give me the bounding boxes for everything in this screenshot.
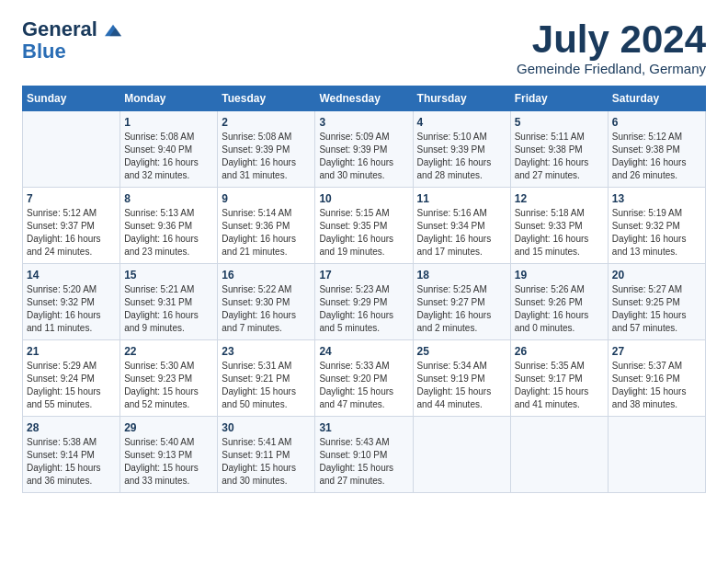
calendar-cell: 13Sunrise: 5:19 AM Sunset: 9:32 PM Dayli… (608, 188, 705, 264)
calendar-cell: 2Sunrise: 5:08 AM Sunset: 9:39 PM Daylig… (218, 111, 315, 188)
day-number: 10 (319, 192, 408, 205)
day-number: 1 (124, 116, 213, 129)
day-info: Sunrise: 5:27 AM Sunset: 9:25 PM Dayligh… (612, 283, 701, 335)
day-info: Sunrise: 5:34 AM Sunset: 9:19 PM Dayligh… (417, 360, 506, 411)
day-header-thursday: Thursday (413, 86, 510, 111)
day-number: 11 (417, 192, 506, 205)
day-info: Sunrise: 5:18 AM Sunset: 9:33 PM Dayligh… (515, 207, 604, 259)
day-number: 9 (222, 192, 311, 205)
header: General Blue July 2024 Gemeinde Friedlan… (22, 18, 706, 76)
calendar-cell (23, 111, 120, 188)
calendar-cell: 24Sunrise: 5:33 AM Sunset: 9:20 PM Dayli… (315, 340, 413, 417)
day-info: Sunrise: 5:40 AM Sunset: 9:13 PM Dayligh… (124, 436, 213, 488)
calendar-cell: 16Sunrise: 5:22 AM Sunset: 9:30 PM Dayli… (218, 264, 315, 340)
title-area: July 2024 Gemeinde Friedland, Germany (517, 18, 706, 76)
calendar-cell: 18Sunrise: 5:25 AM Sunset: 9:27 PM Dayli… (413, 264, 510, 340)
month-title: July 2024 (517, 18, 706, 61)
day-header-wednesday: Wednesday (315, 86, 413, 111)
day-info: Sunrise: 5:10 AM Sunset: 9:39 PM Dayligh… (417, 131, 506, 182)
day-info: Sunrise: 5:41 AM Sunset: 9:11 PM Dayligh… (222, 436, 311, 488)
calendar-cell: 14Sunrise: 5:20 AM Sunset: 9:32 PM Dayli… (23, 264, 120, 340)
day-info: Sunrise: 5:19 AM Sunset: 9:32 PM Dayligh… (612, 207, 701, 259)
day-info: Sunrise: 5:12 AM Sunset: 9:38 PM Dayligh… (612, 131, 701, 182)
calendar-cell: 26Sunrise: 5:35 AM Sunset: 9:17 PM Dayli… (510, 340, 608, 417)
day-number: 19 (515, 269, 604, 282)
calendar-cell (608, 417, 705, 493)
day-info: Sunrise: 5:08 AM Sunset: 9:40 PM Dayligh… (124, 131, 213, 182)
calendar-cell (510, 417, 608, 493)
day-number: 31 (319, 421, 408, 434)
day-number: 29 (124, 421, 213, 434)
day-number: 7 (27, 192, 116, 205)
day-info: Sunrise: 5:14 AM Sunset: 9:36 PM Dayligh… (222, 207, 311, 259)
calendar-table: SundayMondayTuesdayWednesdayThursdayFrid… (22, 86, 706, 493)
day-info: Sunrise: 5:09 AM Sunset: 9:39 PM Dayligh… (319, 131, 408, 182)
day-number: 6 (612, 116, 701, 129)
subtitle: Gemeinde Friedland, Germany (517, 61, 706, 76)
logo: General Blue (22, 18, 121, 63)
calendar-cell: 15Sunrise: 5:21 AM Sunset: 9:31 PM Dayli… (120, 264, 218, 340)
calendar-cell: 22Sunrise: 5:30 AM Sunset: 9:23 PM Dayli… (120, 340, 218, 417)
day-number: 4 (417, 116, 506, 129)
calendar-cell: 7Sunrise: 5:12 AM Sunset: 9:37 PM Daylig… (23, 188, 120, 264)
day-info: Sunrise: 5:25 AM Sunset: 9:27 PM Dayligh… (417, 283, 506, 335)
calendar-cell: 29Sunrise: 5:40 AM Sunset: 9:13 PM Dayli… (120, 417, 218, 493)
calendar-cell: 6Sunrise: 5:12 AM Sunset: 9:38 PM Daylig… (608, 111, 705, 188)
day-number: 3 (319, 116, 408, 129)
calendar-cell: 8Sunrise: 5:13 AM Sunset: 9:36 PM Daylig… (120, 188, 218, 264)
calendar-header-row: SundayMondayTuesdayWednesdayThursdayFrid… (23, 86, 706, 111)
day-number: 25 (417, 345, 506, 358)
calendar-cell: 25Sunrise: 5:34 AM Sunset: 9:19 PM Dayli… (413, 340, 510, 417)
calendar-week-row: 7Sunrise: 5:12 AM Sunset: 9:37 PM Daylig… (23, 188, 706, 264)
day-number: 23 (222, 345, 311, 358)
day-number: 14 (27, 269, 116, 282)
calendar-cell: 3Sunrise: 5:09 AM Sunset: 9:39 PM Daylig… (315, 111, 413, 188)
calendar-cell: 11Sunrise: 5:16 AM Sunset: 9:34 PM Dayli… (413, 188, 510, 264)
logo-text: General (22, 18, 121, 40)
day-header-monday: Monday (120, 86, 218, 111)
day-info: Sunrise: 5:21 AM Sunset: 9:31 PM Dayligh… (124, 283, 213, 335)
logo-blue: Blue (22, 40, 66, 63)
day-info: Sunrise: 5:20 AM Sunset: 9:32 PM Dayligh… (27, 283, 116, 335)
day-number: 24 (319, 345, 408, 358)
day-number: 8 (124, 192, 213, 205)
day-number: 18 (417, 269, 506, 282)
day-info: Sunrise: 5:12 AM Sunset: 9:37 PM Dayligh… (27, 207, 116, 259)
day-info: Sunrise: 5:43 AM Sunset: 9:10 PM Dayligh… (319, 436, 408, 488)
calendar-cell: 9Sunrise: 5:14 AM Sunset: 9:36 PM Daylig… (218, 188, 315, 264)
calendar-cell: 17Sunrise: 5:23 AM Sunset: 9:29 PM Dayli… (315, 264, 413, 340)
day-header-tuesday: Tuesday (218, 86, 315, 111)
day-info: Sunrise: 5:23 AM Sunset: 9:29 PM Dayligh… (319, 283, 408, 335)
calendar-cell: 19Sunrise: 5:26 AM Sunset: 9:26 PM Dayli… (510, 264, 608, 340)
calendar-cell: 31Sunrise: 5:43 AM Sunset: 9:10 PM Dayli… (315, 417, 413, 493)
day-info: Sunrise: 5:37 AM Sunset: 9:16 PM Dayligh… (612, 360, 701, 411)
calendar-cell: 30Sunrise: 5:41 AM Sunset: 9:11 PM Dayli… (218, 417, 315, 493)
day-info: Sunrise: 5:33 AM Sunset: 9:20 PM Dayligh… (319, 360, 408, 411)
day-info: Sunrise: 5:15 AM Sunset: 9:35 PM Dayligh… (319, 207, 408, 259)
day-info: Sunrise: 5:08 AM Sunset: 9:39 PM Dayligh… (222, 131, 311, 182)
calendar-cell: 10Sunrise: 5:15 AM Sunset: 9:35 PM Dayli… (315, 188, 413, 264)
day-header-saturday: Saturday (608, 86, 705, 111)
day-number: 26 (515, 345, 604, 358)
day-number: 27 (612, 345, 701, 358)
day-info: Sunrise: 5:30 AM Sunset: 9:23 PM Dayligh… (124, 360, 213, 411)
day-number: 16 (222, 269, 311, 282)
day-info: Sunrise: 5:35 AM Sunset: 9:17 PM Dayligh… (515, 360, 604, 411)
day-header-sunday: Sunday (23, 86, 120, 111)
day-number: 13 (612, 192, 701, 205)
day-number: 17 (319, 269, 408, 282)
day-number: 2 (222, 116, 311, 129)
calendar-cell: 5Sunrise: 5:11 AM Sunset: 9:38 PM Daylig… (510, 111, 608, 188)
calendar-body: 1Sunrise: 5:08 AM Sunset: 9:40 PM Daylig… (23, 111, 706, 493)
day-number: 22 (124, 345, 213, 358)
day-number: 30 (222, 421, 311, 434)
day-info: Sunrise: 5:29 AM Sunset: 9:24 PM Dayligh… (27, 360, 116, 411)
calendar-cell (413, 417, 510, 493)
calendar-week-row: 1Sunrise: 5:08 AM Sunset: 9:40 PM Daylig… (23, 111, 706, 188)
calendar-cell: 1Sunrise: 5:08 AM Sunset: 9:40 PM Daylig… (120, 111, 218, 188)
day-info: Sunrise: 5:11 AM Sunset: 9:38 PM Dayligh… (515, 131, 604, 182)
calendar-cell: 4Sunrise: 5:10 AM Sunset: 9:39 PM Daylig… (413, 111, 510, 188)
day-info: Sunrise: 5:38 AM Sunset: 9:14 PM Dayligh… (27, 436, 116, 488)
day-info: Sunrise: 5:13 AM Sunset: 9:36 PM Dayligh… (124, 207, 213, 259)
day-info: Sunrise: 5:26 AM Sunset: 9:26 PM Dayligh… (515, 283, 604, 335)
